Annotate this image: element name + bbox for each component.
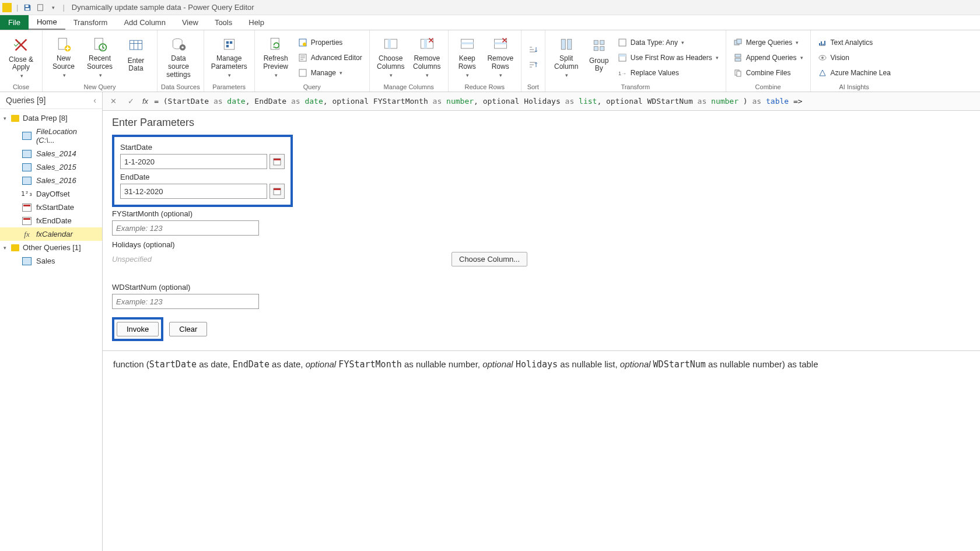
group-label-ai: AI Insights (814, 82, 894, 90)
enddate-input[interactable] (120, 184, 267, 199)
svg-rect-54 (274, 159, 281, 160)
choose-columns-button[interactable]: Choose Columns (373, 35, 408, 80)
use-first-row-headers-button[interactable]: Use First Row as Headers ▾ (614, 51, 722, 65)
chevron-down-icon (227, 71, 231, 79)
tree-group-data-prep[interactable]: Data Prep [8] (0, 111, 102, 125)
wdstartnum-input[interactable] (112, 294, 259, 309)
commit-formula-button[interactable]: ✓ (125, 96, 136, 107)
save-icon[interactable] (23, 3, 32, 12)
cancel-formula-button[interactable]: ✕ (107, 96, 119, 107)
combine-files-button[interactable]: Combine Files (730, 66, 807, 80)
vision-button[interactable]: Vision (814, 51, 894, 65)
chevron-down-icon (274, 71, 278, 79)
tree-group-other-queries[interactable]: Other Queries [1] (0, 241, 102, 254)
invoke-button[interactable]: Invoke (117, 322, 159, 336)
svg-rect-28 (461, 42, 473, 44)
keep-rows-button[interactable]: Keep Rows (452, 35, 482, 80)
text-analytics-button[interactable]: Text Analytics (814, 36, 894, 50)
advanced-editor-button[interactable]: Advanced Editor (295, 51, 366, 65)
tab-transform[interactable]: Transform (65, 15, 116, 30)
query-dayoffset[interactable]: 1²₃DayOffset (0, 187, 102, 201)
data-type-icon (618, 38, 627, 47)
svg-rect-16 (230, 41, 232, 44)
svg-rect-33 (594, 40, 598, 44)
svg-rect-43 (735, 54, 741, 57)
query-fxcalendar[interactable]: fxfxCalendar (0, 227, 102, 241)
startdate-input[interactable] (120, 154, 267, 169)
query-sales-2014[interactable]: Sales_2014 (0, 147, 102, 160)
group-label-combine: Combine (730, 82, 807, 90)
azure-ml-button[interactable]: Azure Machine Lea (814, 66, 894, 80)
choose-columns-icon (382, 36, 400, 53)
new-source-button[interactable]: New Source (46, 35, 81, 80)
tab-help[interactable]: Help (240, 15, 272, 30)
svg-rect-50 (23, 206, 30, 210)
remove-rows-button[interactable]: Remove Rows (484, 35, 517, 80)
tab-tools[interactable]: Tools (206, 15, 240, 30)
split-column-button[interactable]: Split Column (549, 35, 584, 80)
content: ✕ ✓ fx = (StartDate as date, EndDate as … (103, 92, 980, 551)
app-icon (2, 3, 12, 12)
append-queries-button[interactable]: Append Queries ▾ (730, 51, 807, 65)
close-apply-icon (12, 36, 30, 54)
sort-asc-button[interactable] (525, 43, 541, 57)
manage-button[interactable]: Manage ▾ (295, 66, 366, 80)
close-apply-button[interactable]: Close & Apply (4, 35, 38, 80)
fystartmonth-input[interactable] (112, 220, 259, 236)
remove-rows-icon (491, 36, 510, 53)
query-sales-2016[interactable]: Sales_2016 (0, 174, 102, 187)
query-fxenddate[interactable]: fxEndDate (0, 214, 102, 227)
fx-icon[interactable]: fx (142, 97, 148, 106)
main: Queries [9] ‹ Data Prep [8] FileLocation… (0, 92, 980, 551)
ribbon-group-reduce-rows: Keep Rows Remove Rows Reduce Rows (449, 30, 522, 92)
function-signature: function (StartDate as date, EndDate as … (103, 350, 980, 378)
manage-parameters-icon (220, 36, 239, 53)
collapse-icon[interactable]: ‹ (93, 96, 96, 105)
calendar-icon (22, 217, 32, 225)
clear-button[interactable]: Clear (169, 322, 207, 336)
svg-rect-22 (299, 69, 306, 76)
svg-rect-26 (424, 39, 426, 48)
folder-icon (11, 115, 19, 122)
manage-parameters-button[interactable]: Manage Parameters (208, 35, 251, 80)
query-sales-2015[interactable]: Sales_2015 (0, 160, 102, 174)
group-label-transform: Transform (549, 82, 722, 90)
qat-dropdown-icon[interactable]: ▾ (48, 3, 58, 12)
qat-sep2: | (62, 3, 64, 12)
startdate-picker-button[interactable] (270, 154, 285, 169)
enter-data-button[interactable]: Enter Data (118, 35, 153, 80)
document-icon[interactable] (36, 3, 45, 12)
tab-add-column[interactable]: Add Column (116, 15, 174, 30)
formula-text[interactable]: = (StartDate as date, EndDate as date, o… (154, 97, 975, 106)
data-type-button[interactable]: Data Type: Any ▾ (614, 36, 722, 50)
ribbon-group-ai: Text Analytics Vision Azure Machine Lea … (811, 30, 898, 92)
tab-home[interactable]: Home (29, 15, 65, 30)
sort-desc-button[interactable] (525, 58, 541, 72)
merge-queries-button[interactable]: Merge Queries ▾ (730, 36, 807, 50)
svg-rect-46 (737, 71, 741, 76)
parameters-area: Enter Parameters StartDate EndDate FYSta… (103, 111, 980, 350)
replace-values-button[interactable]: 1→2Replace Values (614, 66, 722, 80)
refresh-preview-button[interactable]: Refresh Preview (258, 35, 293, 80)
tab-file[interactable]: File (0, 15, 29, 30)
tab-view[interactable]: View (174, 15, 206, 30)
menubar: File Home Transform Add Column View Tool… (0, 15, 980, 30)
folder-icon (11, 244, 19, 251)
query-fxstartdate[interactable]: fxStartDate (0, 201, 102, 214)
data-source-settings-button[interactable]: Data source settings (161, 35, 196, 80)
invoke-highlight: Invoke (112, 317, 163, 341)
query-filelocation[interactable]: FileLocation (C:\... (0, 125, 102, 147)
choose-column-button[interactable]: Choose Column... (452, 252, 527, 266)
properties-button[interactable]: Properties (295, 36, 366, 50)
query-sales[interactable]: Sales (0, 254, 102, 268)
svg-point-48 (821, 57, 824, 59)
queries-sidebar: Queries [9] ‹ Data Prep [8] FileLocation… (0, 92, 103, 551)
ribbon-group-query: Refresh Preview Properties Advanced Edit… (255, 30, 370, 92)
enddate-picker-button[interactable] (270, 184, 285, 199)
formula-bar: ✕ ✓ fx = (StartDate as date, EndDate as … (103, 92, 980, 111)
recent-sources-button[interactable]: Recent Sources (82, 35, 117, 80)
remove-columns-button[interactable]: Remove Columns (410, 35, 444, 80)
enter-data-icon (127, 36, 145, 55)
group-label-sort: Sort (525, 82, 541, 90)
group-by-button[interactable]: Group By (585, 35, 613, 80)
